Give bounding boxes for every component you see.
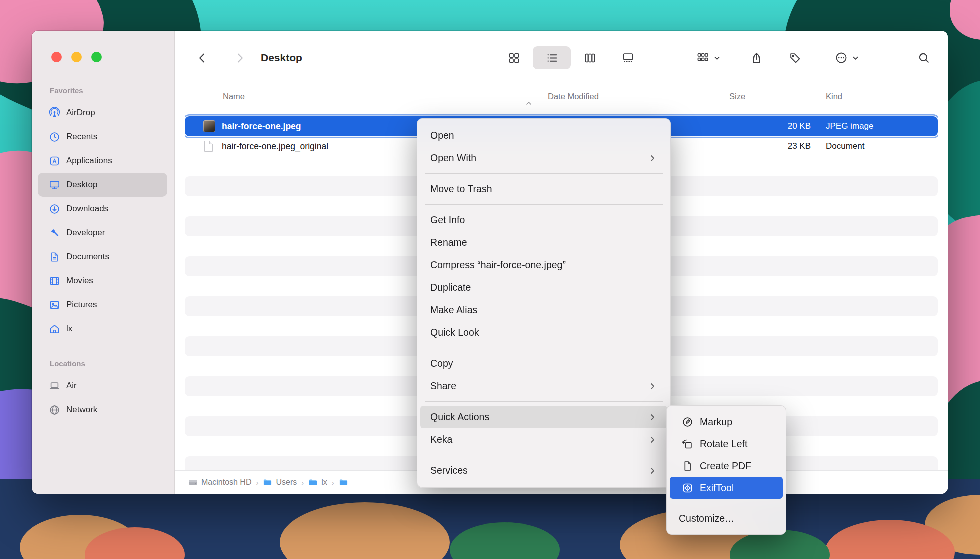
photo-icon [49,300,60,311]
minimize-button[interactable] [72,52,82,62]
column-header-kind[interactable]: Kind [826,86,842,108]
menu-separator [425,455,663,456]
column-header-date-modified[interactable]: Date Modified [548,86,599,108]
column-header-size[interactable]: Size [730,86,746,108]
group-button[interactable] [686,46,731,70]
sidebar-item-downloads[interactable]: Downloads [38,197,168,221]
menu-item-label: Keka [430,434,452,446]
sidebar-item-label: Desktop [66,180,98,190]
applications-icon [49,156,60,167]
path-item-users[interactable]: Users [263,478,297,488]
path-separator: › [256,478,258,487]
sidebar-item-airdrop[interactable]: AirDrop [38,101,168,125]
close-button[interactable] [52,52,62,62]
tag-icon [789,52,802,64]
sidebar-item-label: Movies [66,276,94,286]
menu-item-label: Duplicate [430,282,471,294]
view-list-button[interactable] [533,46,571,70]
file-name: hair-force-one.jpeg_original [222,136,328,156]
share-button[interactable] [748,48,766,68]
sidebar-item-network[interactable]: Network [38,398,168,422]
submenu-item-markup[interactable]: Markup [670,411,783,433]
menu-item-copy[interactable]: Copy [420,352,668,375]
path-item-lx[interactable]: lx [308,478,328,488]
chevron-down-icon [852,54,860,62]
column-divider[interactable] [820,89,820,104]
markup-icon [682,416,694,428]
menu-item-compress[interactable]: Compress “hair-force-one.jpeg” [420,254,668,276]
menu-item-move-to-trash[interactable]: Move to Trash [420,178,668,200]
sidebar-item-label: Downloads [66,204,108,214]
hammer-icon [49,228,60,239]
menu-item-duplicate[interactable]: Duplicate [420,276,668,299]
search-button[interactable] [915,48,933,68]
chevron-right-icon [648,413,658,422]
sidebar-item-lx[interactable]: lx [38,317,168,341]
menu-item-share[interactable]: Share [420,375,668,398]
sidebar-item-air[interactable]: Air [38,374,168,398]
list-view-icon [546,52,558,64]
file-kind: JPEG image [826,116,874,136]
sidebar-item-label: Pictures [66,300,97,310]
document-icon [49,252,60,263]
folder-icon [308,478,318,488]
menu-item-quick-look[interactable]: Quick Look [420,322,668,344]
menu-item-make-alias[interactable]: Make Alias [420,299,668,322]
share-icon [750,52,763,64]
quick-actions-submenu: Markup Rotate Left Create PDF ExifTool C… [666,406,786,535]
sidebar-item-desktop[interactable]: Desktop [38,173,168,197]
path-item-macintosh-hd[interactable]: Macintosh HD [188,478,252,488]
menu-item-get-info[interactable]: Get Info [420,209,668,232]
sidebar-item-label: Developer [66,228,106,238]
sidebar-item-movies[interactable]: Movies [38,269,168,293]
sidebar-item-developer[interactable]: Developer [38,221,168,245]
column-headers: Name Date Modified Size Kind [175,85,948,108]
column-divider[interactable] [722,89,722,104]
sidebar-item-label: AirDrop [66,108,96,118]
clock-icon [49,132,60,143]
submenu-item-create-pdf[interactable]: Create PDF [670,455,783,477]
forward-button[interactable] [230,48,248,68]
path-item-occluded[interactable] [339,478,352,488]
search-icon [918,52,930,64]
view-grid-button[interactable] [495,46,533,70]
menu-item-services[interactable]: Services [420,460,668,482]
menu-item-label: Services [430,465,468,476]
more-actions-button[interactable] [825,46,869,70]
menu-item-keka[interactable]: Keka [420,428,668,451]
sidebar-item-applications[interactable]: Applications [38,149,168,173]
chevron-right-icon [648,382,658,391]
path-separator: › [332,478,334,487]
exiftool-icon [682,482,694,494]
more-icon [835,52,848,64]
film-icon [49,276,60,287]
menu-item-rename[interactable]: Rename [420,232,668,254]
menu-item-label: Quick Actions [430,412,490,423]
view-gallery-button[interactable] [609,46,647,70]
globe-icon [49,404,60,416]
back-button[interactable] [194,48,212,68]
sidebar-item-pictures[interactable]: Pictures [38,293,168,317]
submenu-item-customize[interactable]: Customize… [670,508,783,530]
submenu-item-label: Markup [700,416,732,428]
back-icon [196,52,209,64]
sidebar: Favorites AirDrop Recents Applications D… [32,31,175,494]
path-item-label: Macintosh HD [202,478,252,487]
context-menu: Open Open With Move to Trash Get Info Re… [417,118,671,488]
column-divider[interactable] [544,89,544,104]
sidebar-item-recents[interactable]: Recents [38,125,168,149]
menu-item-open[interactable]: Open [420,124,668,147]
zoom-button[interactable] [92,52,102,62]
sidebar-item-label: Applications [66,156,112,166]
menu-item-open-with[interactable]: Open With [420,147,668,170]
path-separator: › [302,478,304,487]
menu-item-quick-actions[interactable]: Quick Actions [420,406,668,428]
submenu-item-exiftool[interactable]: ExifTool [670,477,783,499]
sidebar-item-label: lx [66,324,72,334]
sidebar-item-documents[interactable]: Documents [38,245,168,269]
submenu-item-rotate-left[interactable]: Rotate Left [670,433,783,455]
column-header-name[interactable]: Name [223,86,245,108]
tag-button[interactable] [786,48,804,68]
view-columns-button[interactable] [571,46,609,70]
menu-item-label: Open With [430,152,476,164]
